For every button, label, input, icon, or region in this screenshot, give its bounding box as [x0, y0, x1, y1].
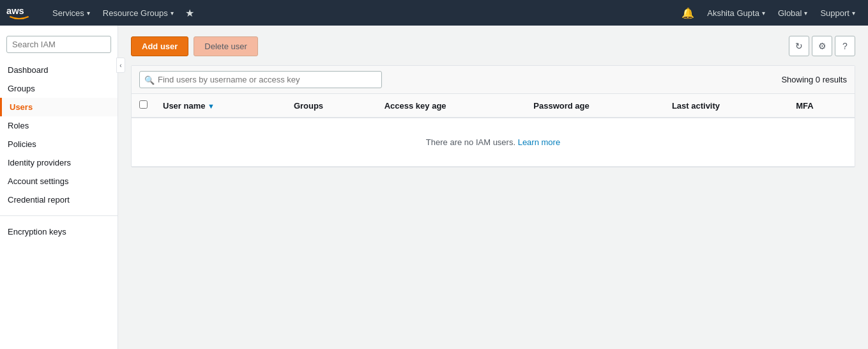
region-menu[interactable]: Global ▾: [772, 0, 814, 26]
sidebar-item-roles[interactable]: Roles: [0, 116, 118, 135]
favorites-icon[interactable]: ★: [180, 7, 199, 19]
resource-groups-menu[interactable]: Resource Groups ▾: [96, 0, 180, 26]
notifications-icon[interactable]: 🔔: [675, 7, 701, 19]
search-icon: 🔍: [144, 75, 155, 84]
sidebar-item-encryption-keys[interactable]: Encryption keys: [0, 222, 118, 241]
user-name-label: Akshita Gupta: [707, 8, 759, 18]
results-count: Showing 0 results: [781, 75, 847, 84]
region-chevron-icon: ▾: [804, 10, 807, 17]
services-chevron-icon: ▾: [87, 10, 90, 17]
access-key-age-column-header: Access key age: [374, 94, 524, 118]
search-input[interactable]: [6, 36, 111, 53]
services-menu[interactable]: Services ▾: [46, 0, 96, 26]
table-search-row: 🔍 Showing 0 results: [132, 66, 855, 94]
sidebar-item-policies[interactable]: Policies: [0, 135, 118, 153]
sidebar-item-credential-report[interactable]: Credential report: [0, 190, 118, 209]
support-label: Support: [820, 8, 849, 18]
select-all-checkbox[interactable]: [139, 100, 148, 109]
refresh-button[interactable]: ↻: [789, 36, 809, 56]
password-age-column-header: Password age: [523, 94, 662, 118]
user-menu[interactable]: Akshita Gupta ▾: [701, 0, 772, 26]
services-label: Services: [52, 8, 84, 18]
svg-text:aws: aws: [6, 6, 24, 16]
table-search-input[interactable]: [139, 71, 382, 88]
settings-button[interactable]: ⚙: [812, 36, 832, 56]
sidebar-divider: [0, 215, 118, 216]
toolbar-right-actions: ↻ ⚙ ?: [789, 36, 855, 56]
table-header-row: User name ▼ Groups Access key age Passwo…: [132, 94, 855, 118]
mfa-column-header: MFA: [786, 94, 855, 118]
help-button[interactable]: ?: [835, 36, 855, 56]
support-menu[interactable]: Support ▾: [814, 0, 862, 26]
main-layout: ‹ Dashboard Groups Users Roles Policies …: [0, 26, 868, 349]
region-label: Global: [778, 8, 802, 18]
sidebar-item-groups[interactable]: Groups: [0, 79, 118, 98]
top-navigation: aws Services ▾ Resource Groups ▾ ★ 🔔 Aks…: [0, 0, 868, 26]
resource-groups-chevron-icon: ▾: [171, 10, 174, 17]
learn-more-link[interactable]: Learn more: [518, 137, 560, 147]
toolbar: Add user Delete user ↻ ⚙ ?: [131, 36, 855, 56]
empty-state-row: There are no IAM users. Learn more: [132, 118, 855, 167]
sidebar-item-users[interactable]: Users: [0, 98, 118, 116]
nav-right: 🔔 Akshita Gupta ▾ Global ▾ Support ▾: [675, 0, 862, 26]
sidebar-item-account-settings[interactable]: Account settings: [0, 172, 118, 190]
add-user-button[interactable]: Add user: [131, 36, 188, 56]
sort-arrow-icon: ▼: [208, 102, 215, 110]
groups-column-header: Groups: [284, 94, 374, 118]
sidebar-item-identity-providers[interactable]: Identity providers: [0, 153, 118, 172]
support-chevron-icon: ▾: [852, 10, 855, 17]
main-content: Add user Delete user ↻ ⚙ ? 🔍 Showing 0 r…: [118, 26, 868, 349]
username-column-header[interactable]: User name ▼: [153, 94, 284, 118]
select-all-column: [132, 94, 153, 118]
search-icon-wrap: 🔍: [139, 71, 382, 88]
sidebar: ‹ Dashboard Groups Users Roles Policies …: [0, 26, 118, 349]
users-table: User name ▼ Groups Access key age Passwo…: [132, 94, 855, 167]
empty-state-message: There are no IAM users. Learn more: [142, 125, 844, 160]
sidebar-item-dashboard[interactable]: Dashboard: [0, 61, 118, 79]
last-activity-column-header: Last activity: [662, 94, 786, 118]
user-menu-chevron-icon: ▾: [762, 10, 765, 17]
resource-groups-label: Resource Groups: [103, 8, 168, 18]
aws-logo[interactable]: aws: [6, 4, 36, 21]
users-table-container: 🔍 Showing 0 results User name ▼: [131, 65, 855, 167]
delete-user-button[interactable]: Delete user: [194, 36, 257, 56]
empty-message-text: There are no IAM users.: [426, 137, 515, 147]
sidebar-collapse-button[interactable]: ‹: [116, 58, 125, 73]
